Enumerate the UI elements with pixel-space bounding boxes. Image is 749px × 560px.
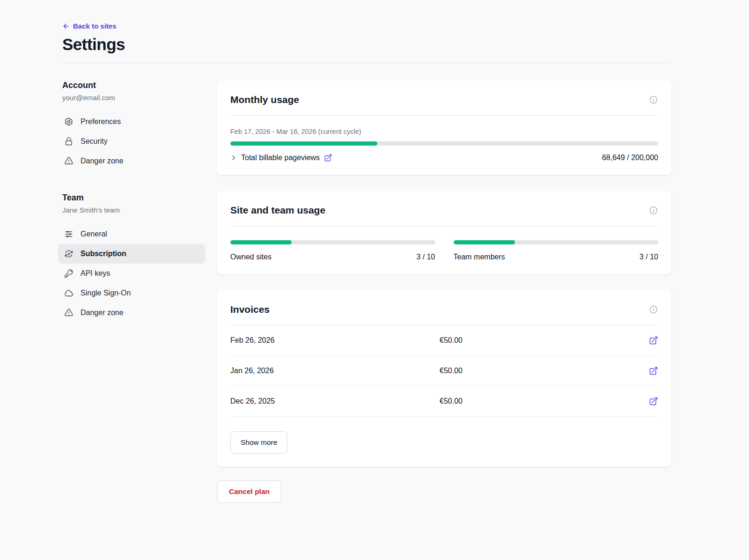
billable-pageviews-toggle[interactable]: Total billable pageviews — [230, 154, 332, 162]
card-divider — [230, 226, 658, 226]
sidebar-item-team-danger-zone[interactable]: Danger zone — [58, 303, 205, 323]
sidebar-item-label: General — [81, 230, 107, 238]
back-link-label: Back to sites — [73, 22, 117, 30]
sidebar-item-label: Danger zone — [81, 157, 124, 165]
pageviews-progress-bar — [230, 141, 658, 146]
site-team-usage-card: Site and team usage Owned sites 3 / 10 — [217, 191, 671, 274]
cancel-plan-button[interactable]: Cancel plan — [217, 480, 281, 503]
sidebar-item-label: Danger zone — [81, 309, 124, 317]
sidebar-item-general[interactable]: General — [58, 224, 205, 244]
team-members-progress-fill — [454, 240, 515, 244]
invoice-external-link-icon[interactable] — [649, 397, 658, 406]
header-divider — [62, 63, 671, 63]
warning-icon — [64, 308, 73, 317]
lock-icon — [64, 137, 73, 146]
info-icon[interactable] — [649, 206, 658, 215]
invoices-title: Invoices — [230, 304, 270, 315]
team-section: Team Jane Smith's team General Subscript… — [62, 193, 205, 323]
page-title: Settings — [62, 35, 671, 54]
billing-cycle-label: Feb 17, 2026 - Mar 16, 2026 (current cyc… — [230, 128, 658, 135]
show-more-button[interactable]: Show more — [230, 431, 287, 454]
sidebar-item-label: Security — [81, 137, 108, 146]
invoice-external-link-icon[interactable] — [649, 366, 658, 376]
currency-refresh-icon — [64, 249, 73, 258]
invoice-amount: €50.00 — [440, 397, 649, 405]
sidebar-item-subscription[interactable]: Subscription — [58, 244, 205, 264]
main-content: Monthly usage Feb 17, 2026 - Mar 16, 202… — [217, 81, 671, 503]
invoices-card: Invoices Feb 26, 2026 €50.00 Jan 26, 202… — [217, 290, 671, 467]
account-nav: Preferences Security Danger zone — [62, 112, 205, 171]
chevron-right-icon — [230, 155, 237, 161]
team-nav: General Subscription API keys Single Sig… — [62, 224, 205, 323]
team-members-meter: Team members 3 / 10 — [454, 240, 659, 261]
owned-sites-meter: Owned sites 3 / 10 — [230, 240, 435, 261]
team-members-label: Team members — [454, 253, 505, 261]
info-icon[interactable] — [649, 305, 658, 314]
invoice-date: Feb 26, 2026 — [230, 336, 440, 345]
invoice-amount: €50.00 — [440, 336, 649, 345]
owned-sites-label: Owned sites — [230, 253, 272, 261]
sidebar-item-preferences[interactable]: Preferences — [58, 112, 205, 132]
card-divider — [230, 115, 658, 116]
billable-pageviews-label: Total billable pageviews — [241, 154, 320, 162]
invoice-amount: €50.00 — [440, 367, 649, 375]
warning-icon — [64, 156, 73, 166]
account-section: Account your@email.com Preferences Secur… — [62, 81, 205, 171]
gear-icon — [64, 117, 73, 126]
team-heading: Team — [62, 193, 205, 203]
invoice-row: Dec 26, 2025 €50.00 — [230, 386, 658, 417]
arrow-left-icon — [62, 22, 70, 30]
owned-sites-progress-fill — [230, 240, 292, 244]
account-email: your@email.com — [62, 94, 205, 102]
back-to-sites-link[interactable]: Back to sites — [62, 22, 117, 30]
sidebar-item-account-danger-zone[interactable]: Danger zone — [58, 151, 205, 171]
sidebar-item-label: Single Sign-On — [81, 289, 131, 297]
settings-sidebar: Account your@email.com Preferences Secur… — [62, 81, 205, 323]
invoice-row: Jan 26, 2026 €50.00 — [230, 356, 658, 386]
info-icon[interactable] — [649, 95, 658, 104]
pageviews-progress-fill — [230, 141, 377, 146]
sidebar-item-label: Subscription — [81, 250, 126, 258]
sidebar-item-api-keys[interactable]: API keys — [58, 264, 205, 283]
invoice-row: Feb 26, 2026 €50.00 — [230, 325, 658, 356]
key-icon — [64, 269, 73, 278]
sidebar-item-label: API keys — [81, 269, 110, 278]
account-heading: Account — [62, 81, 205, 90]
team-members-progress-bar — [454, 240, 659, 244]
invoice-external-link-icon[interactable] — [649, 336, 658, 345]
owned-sites-value: 3 / 10 — [416, 253, 435, 261]
owned-sites-progress-bar — [230, 240, 435, 244]
invoice-date: Dec 26, 2025 — [230, 397, 440, 405]
monthly-usage-card: Monthly usage Feb 17, 2026 - Mar 16, 202… — [217, 81, 671, 175]
monthly-usage-title: Monthly usage — [230, 94, 299, 105]
invoice-date: Jan 26, 2026 — [230, 367, 440, 375]
pageviews-usage-value: 68,649 / 200,000 — [602, 154, 658, 162]
cloud-icon — [64, 288, 73, 298]
sidebar-item-single-sign-on[interactable]: Single Sign-On — [58, 283, 205, 303]
team-name: Jane Smith's team — [62, 206, 205, 214]
sliders-icon — [64, 229, 73, 239]
sidebar-item-security[interactable]: Security — [58, 132, 205, 151]
site-team-usage-title: Site and team usage — [230, 205, 325, 216]
sidebar-item-label: Preferences — [81, 118, 121, 126]
team-members-value: 3 / 10 — [639, 253, 658, 261]
page-header: Back to sites Settings — [62, 22, 671, 63]
billable-pageviews-row: Total billable pageviews 68,649 / 200,00… — [230, 154, 658, 162]
external-link-icon[interactable] — [324, 154, 332, 162]
settings-page: Back to sites Settings Account your@emai… — [0, 0, 749, 503]
